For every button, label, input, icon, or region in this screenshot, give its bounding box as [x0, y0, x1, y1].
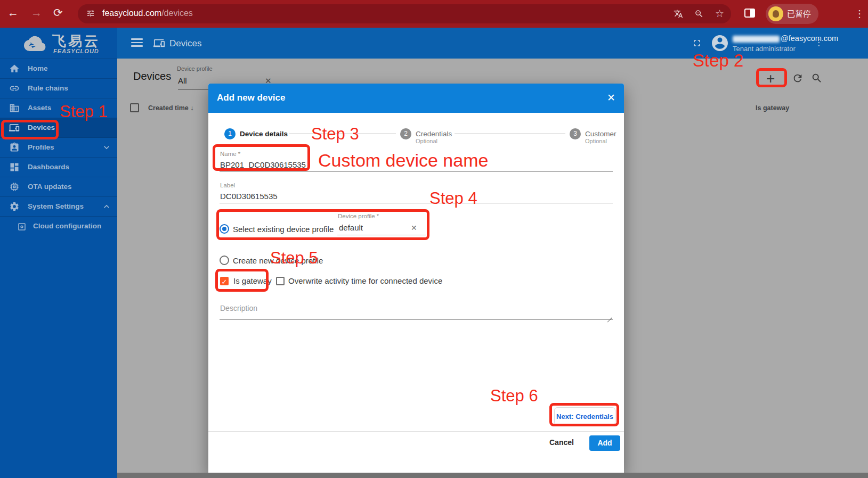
sidebar-item-ota-updates[interactable]: OTA updates [0, 177, 117, 197]
radio-existing-label[interactable]: Select existing device profile [233, 225, 334, 234]
close-icon[interactable]: ✕ [607, 92, 615, 104]
chevron-down-icon [101, 142, 112, 153]
profile-clear-icon[interactable]: ✕ [411, 224, 417, 232]
translate-icon[interactable] [674, 9, 683, 19]
sidebar: 飞易云 FEASYCLOUD Home Rule chains Assets D… [0, 28, 117, 478]
dashboards-icon [9, 162, 20, 172]
radio-create-new-profile[interactable] [220, 256, 229, 265]
hamburger-menu-icon[interactable] [131, 38, 143, 47]
sidebar-item-home[interactable]: Home [0, 59, 117, 79]
label-label: Label [220, 182, 235, 188]
home-icon [9, 63, 20, 74]
browser-avatar-icon [768, 6, 783, 21]
radio-new-label[interactable]: Create new device profile [233, 256, 323, 265]
is-gateway-checkbox[interactable]: ✓ [220, 277, 229, 285]
cancel-button[interactable]: Cancel [549, 438, 574, 447]
sidebar-item-assets[interactable]: Assets [0, 98, 117, 118]
label-underline [220, 203, 613, 203]
topbar-menu-icon[interactable]: ⋮ [814, 37, 823, 48]
step1-dot: 1 [224, 128, 236, 139]
forward-icon[interactable]: → [31, 6, 42, 19]
add-button[interactable]: Add [589, 435, 620, 451]
name-underline [220, 171, 613, 172]
is-gateway-label[interactable]: Is gateway [233, 276, 272, 285]
paused-label: 已暂停 [787, 9, 811, 18]
chevron-up-icon [101, 201, 112, 212]
next-credentials-button[interactable]: Next: Credentials [554, 407, 615, 425]
dialog-title: Add new device [217, 93, 285, 103]
page: ← → ⟳ feasycloud.com/devices ☆ 已暂停 ⋮ [0, 0, 868, 478]
device-profile-label: Device profile * [338, 213, 379, 219]
profile-underline [337, 235, 426, 235]
link-icon [9, 83, 20, 94]
user-role: Tenant administrator [733, 45, 796, 53]
gear-icon [9, 201, 20, 212]
logo: 飞易云 FEASYCLOUD [0, 28, 117, 59]
description-label: Description [220, 304, 257, 312]
sidebar-item-system-settings[interactable]: System Settings [0, 197, 117, 217]
topbar-devices-icon [153, 37, 165, 49]
url-text: feasycloud.com/devices [102, 9, 193, 18]
step3-dot: 3 [570, 128, 581, 139]
sidebar-item-dashboards[interactable]: Dashboards [0, 158, 117, 177]
cloud-config-icon [17, 222, 27, 232]
logo-en-text: FEASYCLOUD [53, 48, 99, 54]
bottom-strip [117, 473, 868, 478]
add-device-dialog: Add new device ✕ 1 Device details 2 Cred… [208, 84, 624, 473]
back-icon[interactable]: ← [7, 6, 19, 19]
description-underline[interactable] [220, 319, 613, 320]
side-panel-icon[interactable] [744, 9, 755, 18]
name-input[interactable]: BP201_DC0D30615535 [220, 160, 306, 169]
overwrite-activity-checkbox[interactable] [276, 277, 285, 285]
stepper-line [289, 133, 396, 134]
bookmark-star-icon[interactable]: ☆ [715, 7, 724, 20]
sidebar-item-devices[interactable]: Devices [0, 118, 117, 138]
cloud-logo-icon [18, 34, 48, 54]
sidebar-item-profiles[interactable]: Profiles [0, 138, 117, 158]
topbar-title: Devices [169, 38, 201, 49]
devices-icon [9, 122, 20, 133]
zoom-icon[interactable] [694, 9, 704, 19]
dialog-header: Add new device ✕ [208, 84, 624, 113]
browser-menu-icon[interactable]: ⋮ [855, 8, 864, 20]
chip-icon [9, 182, 20, 192]
sidebar-item-rule-chains[interactable]: Rule chains [0, 79, 117, 98]
radio-select-existing-profile[interactable] [220, 224, 229, 234]
overwrite-activity-label[interactable]: Overwrite activity time for connected de… [288, 276, 442, 285]
step2-dot: 2 [400, 128, 411, 139]
browser-chrome: ← → ⟳ feasycloud.com/devices ☆ 已暂停 ⋮ [0, 0, 868, 28]
url-bar[interactable]: feasycloud.com/devices ☆ [78, 4, 731, 23]
reload-icon[interactable]: ⟳ [53, 6, 63, 19]
name-label: Name * [220, 151, 240, 157]
profile-chip[interactable]: 已暂停 [766, 4, 818, 24]
user-avatar-icon[interactable] [710, 34, 729, 53]
stepper-line [455, 133, 565, 134]
dialog-divider [208, 431, 624, 432]
fullscreen-icon[interactable] [692, 38, 702, 48]
topbar: Devices @feasycom.com Tenant administrat… [117, 28, 868, 59]
profiles-icon [9, 142, 20, 153]
site-settings-icon[interactable] [86, 9, 95, 18]
device-profile-input[interactable]: default [339, 223, 363, 232]
sidebar-item-cloud-configuration[interactable]: Cloud configuration [0, 217, 117, 236]
blurred-text [733, 36, 780, 43]
resize-handle-icon[interactable] [606, 313, 612, 319]
label-input[interactable]: DC0D30615535 [220, 192, 278, 201]
assets-icon [9, 103, 20, 113]
